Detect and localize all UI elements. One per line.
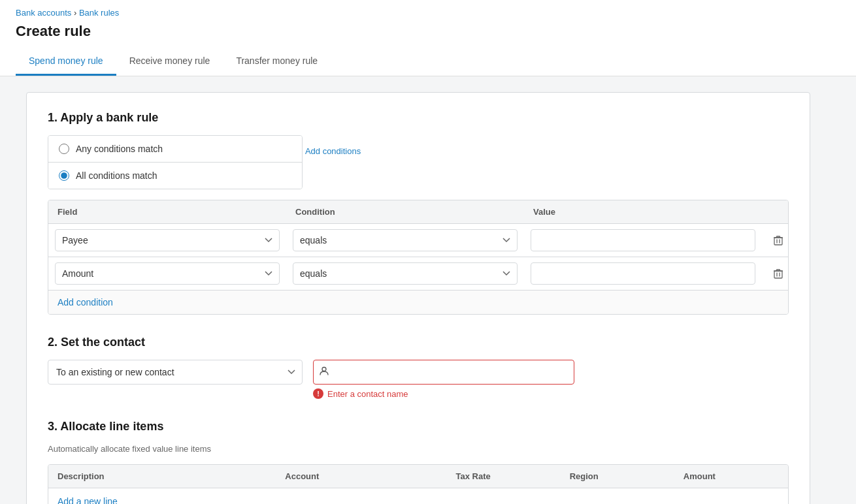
conditions-table-header: Field Condition Value [48,200,788,224]
line-items-header: Description Account Tax Rate Region Amou… [48,465,788,488]
amount-col-header: Amount [674,465,788,488]
section1-title: 1. Apply a bank rule [48,111,789,125]
trash-icon [774,235,783,245]
svg-rect-1 [774,271,782,278]
add-line-row: Add a new line [48,488,788,504]
breadcrumb-bank-accounts[interactable]: Bank accounts [16,8,71,18]
breadcrumb: Bank accounts › Bank rules [16,0,840,20]
breadcrumb-separator: › [74,8,76,18]
field-cell-payee: Payee Amount Description [48,224,286,257]
page-title: Create rule [16,20,840,48]
contact-row: To an existing or new contact [48,360,789,399]
field-cell-amount: Amount Payee Description [48,257,286,290]
value-input-amount[interactable]: 1000.00 [531,262,755,285]
line-items-table: Description Account Tax Rate Region Amou… [48,464,789,504]
tab-transfer-money[interactable]: Transfer money rule [223,48,331,76]
tabs: Spend money rule Receive money rule Tran… [16,48,840,76]
table-row: Payee Amount Description equals contains… [48,224,788,257]
main-content: 1. Apply a bank rule Any conditions matc… [0,76,836,504]
condition-cell-payee: equals contains starts with [286,224,524,257]
field-select-payee[interactable]: Payee Amount Description [55,229,280,251]
section-allocate-items: 3. Allocate line items Automatically all… [48,420,789,504]
contact-name-input[interactable] [313,360,574,385]
all-conditions-label: All conditions match [76,170,157,181]
section-apply-rule: 1. Apply a bank rule Any conditions matc… [48,111,789,315]
conditions-table: Field Condition Value Payee Amount Descr… [48,200,789,315]
contact-name-input-wrap: ! Enter a contact name [313,360,574,399]
section2-title: 2. Set the contact [48,336,789,349]
any-conditions-radio[interactable] [59,144,69,154]
svg-rect-0 [774,238,782,245]
section3-title: 3. Allocate line items [48,420,789,433]
condition-column-header: Condition [286,200,524,223]
radio-all-conditions[interactable]: All conditions match [48,163,302,189]
contact-name-error: ! Enter a contact name [313,388,574,399]
region-col-header: Region [561,465,674,488]
delete-cell-amount [762,258,788,289]
all-conditions-radio[interactable] [59,170,69,181]
action-column-header [762,200,788,223]
tax-rate-col-header: Tax Rate [447,465,561,488]
delete-payee-button[interactable] [768,230,788,251]
error-text: Enter a contact name [327,389,408,399]
error-icon: ! [313,388,323,399]
table-row: Amount Payee Description equals contains… [48,257,788,291]
add-condition-link[interactable]: Add condition [58,297,113,307]
contact-type-wrap: To an existing or new contact [48,360,303,385]
field-column-header: Field [48,200,286,223]
section-set-contact: 2. Set the contact To an existing or new… [48,336,789,399]
value-cell-payee: e-Bank dep [524,224,762,257]
condition-cell-amount: equals contains starts with [286,257,524,290]
add-condition-row: Add condition [48,291,788,314]
contact-type-select[interactable]: To an existing or new contact [48,360,303,385]
field-select-amount[interactable]: Amount Payee Description [55,262,280,285]
value-input-payee[interactable]: e-Bank dep [531,229,755,251]
account-col-header: Account [276,465,446,488]
tab-spend-money[interactable]: Spend money rule [16,48,116,76]
delete-cell-payee [762,225,788,256]
rule-card: 1. Apply a bank rule Any conditions matc… [26,92,810,504]
condition-select-payee[interactable]: equals contains starts with [293,229,518,251]
add-conditions-link[interactable]: Add conditions [305,146,361,156]
header: Bank accounts › Bank rules Create rule S… [0,0,856,76]
any-conditions-label: Any conditions match [76,144,163,154]
radio-any-conditions[interactable]: Any conditions match [48,136,302,163]
value-column-header: Value [524,200,762,223]
conditions-radio-group: Any conditions match All conditions matc… [48,135,303,189]
add-new-line-link[interactable]: Add a new line [58,496,118,504]
delete-amount-button[interactable] [768,263,788,284]
contact-input-icon-wrap [313,360,574,385]
breadcrumb-bank-rules[interactable]: Bank rules [79,8,119,18]
allocate-subtitle: Automatically allocate fixed value line … [48,444,789,454]
tab-receive-money[interactable]: Receive money rule [116,48,223,76]
condition-select-amount[interactable]: equals contains starts with [293,262,518,285]
description-col-header: Description [48,465,276,488]
trash-icon [774,268,783,279]
value-cell-amount: 1000.00 [524,257,762,290]
